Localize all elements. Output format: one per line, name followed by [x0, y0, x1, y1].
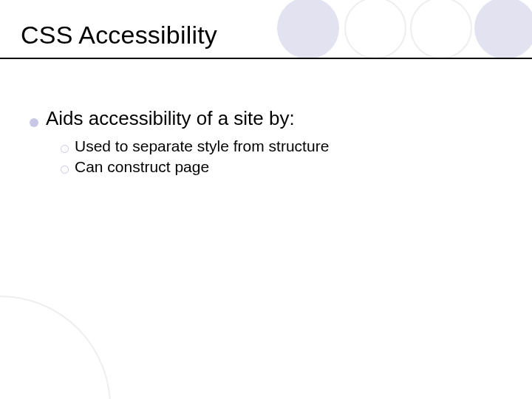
circle-bullet-icon: [61, 166, 69, 174]
bullet-level1-text: Aids accessibility of a site by:: [46, 107, 295, 130]
bullet-level2-text: Used to separate style from structure: [75, 136, 329, 157]
deco-circle-1: [277, 0, 339, 59]
bullet-level2-list: Used to separate style from structure Ca…: [61, 136, 502, 178]
deco-corner-circle: [0, 296, 111, 399]
disc-bullet-icon: [30, 118, 38, 127]
bullet-level2-text: Can construct page: [75, 157, 209, 177]
bullet-level2: Used to separate style from structure: [61, 136, 502, 157]
deco-circle-3: [410, 0, 472, 59]
slide-title: CSS Accessibility: [21, 21, 217, 50]
deco-circle-2: [344, 0, 406, 59]
deco-circle-4: [474, 0, 532, 59]
bullet-level2: Can construct page: [61, 157, 502, 177]
slide-content: Aids accessibility of a site by: Used to…: [30, 107, 502, 178]
circle-bullet-icon: [61, 145, 69, 153]
bullet-level1: Aids accessibility of a site by:: [30, 107, 502, 130]
title-underline: [0, 58, 532, 59]
